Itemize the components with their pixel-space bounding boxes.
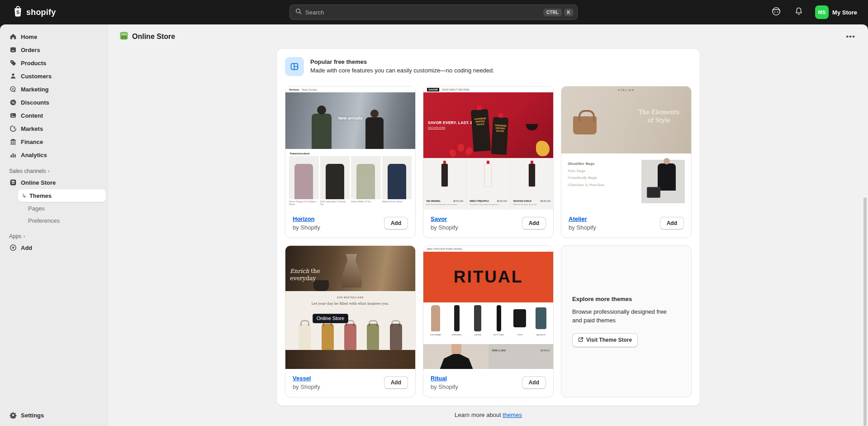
preview-hero-line1: The Elements — [639, 108, 680, 116]
learn-more-footer: Learn more about themes — [109, 412, 868, 418]
add-theme-button[interactable]: Add — [522, 217, 546, 230]
ritual-preview-image: MEN TOPS BOTTOMS SHOES ◦ ◦ ◦ RITUAL KNIT… — [423, 246, 553, 369]
svg-text:S: S — [16, 10, 19, 15]
sidebar-item-discounts[interactable]: % Discounts — [5, 96, 103, 109]
preview-nav: SHOP ABOUT RECIPES — [442, 88, 470, 91]
horizontal-dots-icon: ••• — [846, 32, 855, 41]
add-theme-button[interactable]: Add — [384, 217, 408, 230]
preview-product-price: $8.49 CAD — [541, 200, 550, 202]
sidebar-item-content[interactable]: Content — [5, 109, 103, 122]
page-title: Online Store — [132, 33, 175, 41]
preview-product-desc: Bold, fresh and filled with umami flavor — [426, 203, 457, 206]
theme-card-ritual: MEN TOPS BOTTOMS SHOES ◦ ◦ ◦ RITUAL KNIT… — [423, 245, 554, 397]
preview-category: TOPS — [517, 334, 522, 336]
store-avatar: MS — [815, 5, 829, 19]
sidebar-item-add-app[interactable]: Add — [5, 241, 103, 254]
theme-name-link[interactable]: Savor — [431, 215, 447, 222]
add-theme-button[interactable]: Add — [384, 376, 408, 389]
page-actions-button[interactable]: ••• — [843, 31, 858, 42]
preview-category: Tote bags — [568, 169, 604, 173]
sidebar: Home Orders Products Customers Marketing… — [0, 24, 109, 426]
scrollbar-thumb[interactable] — [863, 197, 867, 426]
preview-nav-icons: ◦ ◦ — [407, 88, 412, 91]
sales-channels-heading[interactable]: Sales channels › — [9, 168, 103, 174]
customers-icon — [9, 72, 17, 80]
themes-help-link[interactable]: themes — [503, 412, 522, 418]
theme-name-link[interactable]: Horizon — [293, 215, 314, 222]
theme-name-link[interactable]: Vessel — [293, 375, 311, 382]
marketing-icon — [9, 86, 17, 93]
sidebar-item-finance[interactable]: Finance — [5, 135, 103, 148]
svg-text:%: % — [11, 101, 14, 105]
sidebar-item-products[interactable]: Products — [5, 57, 103, 69]
plus-circle-icon — [9, 244, 17, 252]
themes-grid: Horizon Shop Contact ◦ ◦ New arrivals Fe… — [285, 86, 692, 397]
savor-preview-image: SAVOR SHOP ABOUT RECIPES ◦ ◦ ◦ SAVOR EVE… — [423, 86, 553, 210]
add-theme-button[interactable]: Add — [522, 376, 546, 389]
preview-category: Clutches & Pouches — [568, 183, 604, 187]
theme-card-horizon: Horizon Shop Contact ◦ ◦ New arrivals Fe… — [285, 86, 416, 238]
notifications-button[interactable] — [792, 6, 805, 19]
sidebar-item-preferences[interactable]: Preferences — [18, 215, 106, 226]
sidebar-item-marketing[interactable]: Marketing — [5, 83, 103, 96]
explore-title: Explore more themes — [572, 296, 680, 302]
horizon-preview-image: Horizon Shop Contact ◦ ◦ New arrivals Fe… — [285, 86, 415, 210]
home-icon — [9, 33, 17, 41]
sidebar-item-pages[interactable]: Pages — [18, 202, 106, 214]
preview-tagline: Let your day be filled with what inspire… — [285, 302, 415, 306]
visit-theme-store-label: Visit Theme Store — [586, 337, 632, 343]
sidebar-item-home[interactable]: Home — [5, 30, 103, 43]
products-icon — [9, 59, 17, 67]
preview-product-desc: Made for the garlic obsessed — [513, 203, 536, 206]
preview-product-name: ROSE LL BAG — [492, 349, 506, 352]
sidebar-item-label: Marketing — [21, 86, 48, 93]
sidebar-item-markets[interactable]: $ Markets — [5, 122, 103, 135]
theme-name-link[interactable]: Ritual — [431, 375, 447, 382]
shortcut-ctrl-key: CTRL — [543, 9, 562, 16]
external-link-icon — [578, 337, 583, 344]
preview-nav: MEN TOPS BOTTOMS SHOES — [427, 248, 462, 250]
gear-icon — [9, 412, 17, 419]
sidebar-item-customers[interactable]: Customers — [5, 70, 103, 82]
preview-nav: Shop Contact — [302, 88, 317, 91]
sidebar-item-label: Analytics — [21, 152, 47, 158]
content-icon — [9, 112, 17, 120]
sidekick-button[interactable] — [770, 6, 783, 19]
sidebar-item-label: Content — [21, 112, 43, 119]
account-menu[interactable]: MS My Store — [815, 5, 857, 19]
add-theme-button[interactable]: Add — [660, 217, 684, 230]
global-search[interactable]: CTRL K — [289, 5, 578, 20]
sidebar-item-analytics[interactable]: Analytics — [5, 148, 103, 161]
learn-more-text: Learn more about — [455, 412, 503, 418]
shopify-wordmark: shopify — [26, 8, 56, 17]
apps-heading[interactable]: Apps › — [9, 233, 103, 239]
online-store-channel-icon — [119, 31, 128, 42]
preview-product-price: $8.49 CAD — [497, 200, 507, 202]
preview-hero-text: New arrivals — [285, 116, 415, 120]
explore-more-themes-card: Explore more themes Browse professionall… — [561, 245, 692, 397]
shopify-logo[interactable]: S shopify — [13, 6, 56, 19]
sidebar-item-label: Themes — [29, 192, 52, 199]
sidebar-item-themes[interactable]: ↳ Themes — [18, 189, 106, 202]
search-input[interactable] — [305, 9, 541, 16]
themes-panel-icon — [285, 57, 304, 76]
atelier-preview-image: ATELIER The Elements of Style Shoulder B… — [561, 86, 691, 210]
sidebar-item-orders[interactable]: Orders — [5, 43, 103, 56]
preview-category: BOTTOMS — [493, 334, 504, 336]
finance-icon — [9, 138, 17, 146]
sidebar-item-label: Products — [21, 60, 46, 67]
visit-theme-store-button[interactable]: Visit Theme Store — [572, 333, 638, 347]
theme-card-vessel: Enrich the everyday OUR BESTSELLERS Let … — [285, 245, 416, 397]
preview-category: Shoulder Bags — [568, 162, 604, 166]
bell-icon — [794, 7, 803, 18]
sidebar-item-label: Preferences — [28, 217, 60, 224]
storefront-icon — [9, 179, 17, 187]
sidebar-item-settings[interactable]: Settings — [5, 409, 103, 421]
preview-nav-icons: ◦ ◦ ◦ — [541, 88, 550, 91]
theme-card-atelier: ATELIER The Elements of Style Shoulder B… — [561, 86, 692, 238]
sidebar-item-online-store[interactable]: Online Store — [5, 176, 103, 189]
preview-hero-line1-rest: the — [309, 268, 320, 274]
preview-category: DRESSES — [452, 334, 462, 336]
preview-product-name: THE ORIGINAL — [426, 200, 441, 202]
theme-name-link[interactable]: Atelier — [569, 215, 587, 222]
